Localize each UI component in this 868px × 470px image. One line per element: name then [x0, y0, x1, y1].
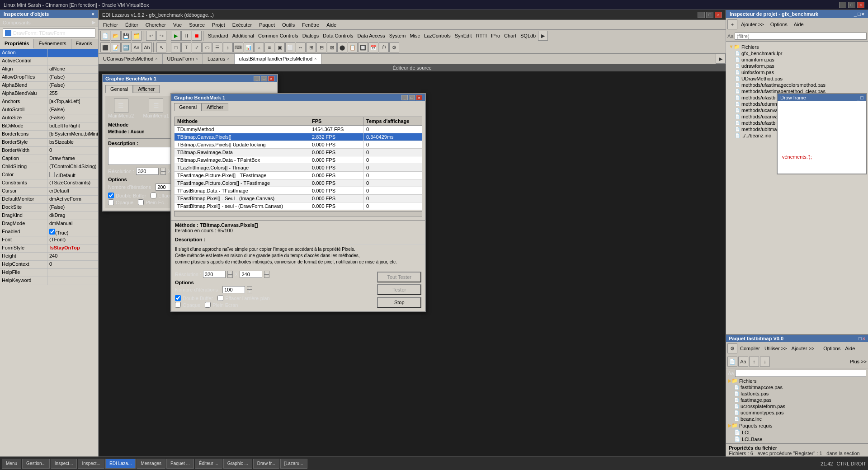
p-tb-4[interactable]: ↓	[760, 357, 770, 367]
prop-row-defaultmonitor[interactable]: DefaultMonitordmActiveForm	[0, 196, 98, 204]
tb2-23[interactable]: 📋	[348, 42, 358, 52]
table-row[interactable]: TBitmap.Canvas.Pixels[]2.832 FPS0.340429…	[175, 133, 422, 141]
tb2-26[interactable]: ⏱	[379, 42, 389, 52]
menu-exécuter[interactable]: Exécuter	[229, 21, 255, 28]
tab-close-icon-4[interactable]: ×	[314, 56, 316, 61]
table-row[interactable]: TFastImage.Picture.Colors[] - TFastImage…	[175, 179, 422, 187]
taskbar-item-paquet----[interactable]: Paquet ...	[166, 459, 194, 469]
tabs-scroll-btn[interactable]: ▶	[716, 54, 726, 64]
edi-max-btn[interactable]: □	[706, 12, 713, 18]
form-selector[interactable]: DrawForm: TDrawForm	[3, 28, 95, 38]
file-item[interactable]: 📄 ../../beanz.inc	[728, 132, 866, 139]
tab-fastbitmap[interactable]: ufastBitmapHandlerPixelsMethod ×	[235, 54, 322, 64]
tab-lazarus[interactable]: Lazarus ×	[203, 54, 234, 64]
paquet-file-item[interactable]: 📄 ucrossplateform.pas	[727, 403, 867, 409]
table-row[interactable]: TFastBitmap.Pixel[] - Seul - (Image.Canv…	[175, 195, 422, 202]
prop-row-bidimode[interactable]: BiDiModebdLeftToRight	[0, 122, 98, 131]
p-tb-2[interactable]: Aa	[738, 357, 748, 367]
tab-proprietes[interactable]: Propriétés	[0, 39, 34, 49]
tb2-13[interactable]: 📊	[244, 42, 254, 52]
taskbar-item-draw-fr---[interactable]: Draw fr...	[253, 459, 279, 469]
stop-btn-tb[interactable]: ⏹	[192, 31, 202, 41]
iter-large-input[interactable]	[222, 286, 245, 293]
tb2-27[interactable]: ⚙	[389, 42, 399, 52]
tb2-22[interactable]: ⬤	[337, 42, 347, 52]
pointer-btn[interactable]: ↖	[156, 42, 166, 52]
tab-evenements[interactable]: Événements	[34, 39, 71, 49]
taskbar-item-inspect---[interactable]: Inspect...	[78, 459, 104, 469]
aide-btn[interactable]: Aide	[843, 346, 857, 351]
table-row[interactable]: TFastBitmap.Data - TFastImage0.000 FPS0	[175, 187, 422, 195]
prop-row-childsizing[interactable]: ChildSizing(TControlChildSizing)	[0, 163, 98, 171]
res-x-large[interactable]	[203, 271, 226, 278]
prop-row-dragkind[interactable]: DragKinddkDrag	[0, 212, 98, 220]
tab-close-icon[interactable]: ×	[155, 56, 157, 61]
tb2-8[interactable]: ✓	[192, 42, 202, 52]
filter-input[interactable]	[735, 33, 867, 40]
prop-row-allowdropfiles[interactable]: AllowDropFiles(False)	[0, 74, 98, 82]
plus-btn[interactable]: Plus >>	[850, 359, 867, 364]
prop-row-alphablendvalu[interactable]: AlphaBlendValu255	[0, 90, 98, 98]
gbm-large-max[interactable]: □	[409, 95, 415, 100]
tb2-18[interactable]: ↔	[296, 42, 306, 52]
open-btn[interactable]: 📂	[111, 31, 121, 41]
effacer-large[interactable]: Effacer l'arrière-plan	[217, 295, 270, 301]
menu-vue[interactable]: Vue	[170, 21, 185, 28]
tb2-10[interactable]: ☰	[212, 42, 222, 52]
tb2-4[interactable]: Aa	[132, 42, 142, 52]
file-item[interactable]: 📄 gfx_benchmark.lpr	[728, 50, 866, 56]
p-tb-3[interactable]: ↑	[749, 357, 759, 367]
file-item[interactable]: 📄 uinfosform.pas	[728, 69, 866, 75]
menu-aide[interactable]: Aide	[323, 21, 340, 28]
project-max-btn[interactable]: □	[858, 11, 861, 17]
prop-row-formstyle[interactable]: FormStylefsStayOnTop	[0, 244, 98, 253]
file-item[interactable]: 📄 udrawform.pas	[728, 63, 866, 69]
tb2-16[interactable]: ▣	[275, 42, 285, 52]
plein-ecran-check[interactable]: Plein Ec...	[138, 199, 168, 205]
file-item[interactable]: 📄 methods/ucanvaspixelsupdatelockmethod.…	[728, 113, 866, 120]
gbm-large-close[interactable]: ×	[416, 95, 422, 100]
gbm-small-tab-general[interactable]: General	[105, 85, 133, 93]
taskbar-item-edi-laza---[interactable]: EDI Laza...	[105, 459, 136, 469]
paquet-file-item[interactable]: 📄 fastbitmapcore.pas	[727, 384, 867, 390]
gbm-small-close[interactable]: ×	[268, 76, 274, 81]
prop-row-align[interactable]: AlignalNone	[0, 66, 98, 74]
tab-close-icon-2[interactable]: ×	[196, 56, 198, 61]
tb2-6[interactable]: □	[171, 42, 181, 52]
prop-row-autosize[interactable]: AutoSize(False)	[0, 114, 98, 122]
taskbar-item-graphic----[interactable]: Graphic ...	[223, 459, 252, 469]
prop-row-alphablend[interactable]: AlphaBlend(False)	[0, 82, 98, 90]
tb2-19[interactable]: ⊞	[306, 42, 316, 52]
paquet-close-btn[interactable]: ×	[863, 336, 865, 341]
redo-btn[interactable]: ↪	[156, 31, 166, 41]
menu-éditer[interactable]: Éditer	[122, 21, 142, 28]
proj-add-btn[interactable]: +	[727, 19, 737, 29]
res-y-large-spinner[interactable]: ▲▼	[264, 271, 269, 278]
panel-close-icon[interactable]: ×	[92, 11, 94, 17]
menu-source[interactable]: Source	[185, 21, 208, 28]
taskbar-item-inspect---[interactable]: Inspect...	[51, 459, 77, 469]
file-item[interactable]: 📄 methods/ucanvaspixelsmethod.pas	[728, 107, 866, 113]
menu-fichier[interactable]: Fichier	[99, 21, 122, 28]
maximize-btn[interactable]: □	[848, 2, 855, 8]
pause-btn[interactable]: ⏸	[181, 31, 191, 41]
table-row[interactable]: TDummyMethod1454.367 FPS0	[175, 126, 422, 133]
tb2-7[interactable]: T	[181, 42, 191, 52]
edi-close-btn[interactable]: ×	[715, 12, 722, 18]
file-item[interactable]: 📄 methods/ufastimagecolorsmethod.pas	[728, 82, 866, 88]
gbm-large-min[interactable]: _	[401, 95, 408, 100]
menu-paquet[interactable]: Paquet	[255, 21, 278, 28]
minimize-btn[interactable]: _	[839, 2, 846, 8]
res-y-large[interactable]	[240, 271, 262, 278]
tab-close-icon-3[interactable]: ×	[227, 56, 229, 61]
save-all-btn[interactable]: 🗂️	[132, 31, 142, 41]
composants-arrow-icon[interactable]: ▶	[92, 19, 95, 25]
prop-row-color[interactable]: ColorclDefault	[0, 171, 98, 179]
project-min-btn[interactable]: _	[854, 11, 857, 17]
prop-row-cursor[interactable]: CursorcrDefault	[0, 188, 98, 196]
tb2-14[interactable]: ⬦	[254, 42, 264, 52]
lcl-item[interactable]: 📄 LCL	[727, 429, 867, 436]
file-item[interactable]: 📄 UDrawMethod.pas	[728, 75, 866, 82]
tester-btn[interactable]: Tester	[377, 284, 421, 295]
compiler-btn[interactable]: Compiler	[738, 346, 762, 351]
